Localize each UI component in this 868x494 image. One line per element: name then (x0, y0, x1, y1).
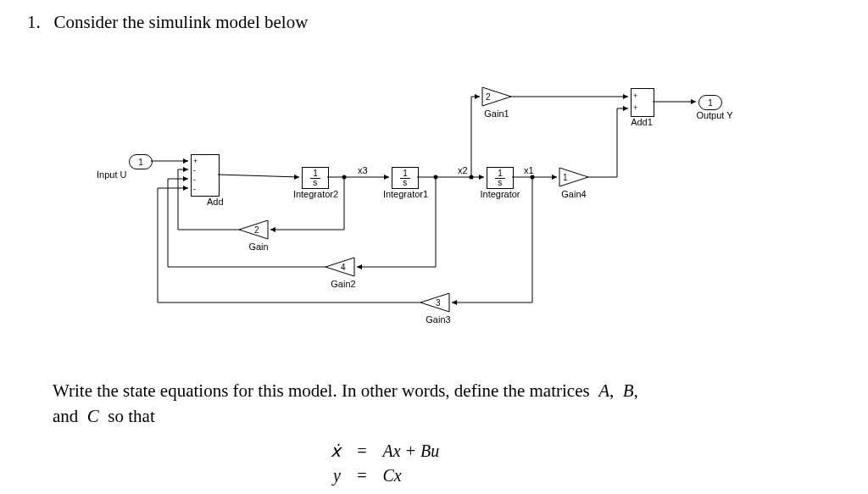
svg-marker-12 (552, 175, 557, 180)
svg-marker-21 (183, 176, 188, 181)
eq2-lhs: y (333, 466, 341, 485)
state-equations: ẋ = Ax + Bu y = Cx (322, 437, 448, 489)
svg-marker-23 (183, 186, 188, 191)
question-text: Write the state equations for this model… (53, 378, 815, 430)
svg-marker-17 (691, 99, 696, 104)
svg-marker-20 (357, 264, 362, 269)
svg-marker-14 (623, 106, 628, 111)
svg-marker-6 (294, 175, 299, 180)
svg-marker-7 (384, 175, 389, 180)
eq-eq2: = (356, 466, 368, 485)
svg-marker-22 (452, 300, 457, 305)
eq2-rhs: Cx (383, 466, 402, 485)
svg-marker-15 (475, 94, 480, 99)
svg-marker-18 (270, 227, 275, 232)
svg-marker-19 (183, 167, 188, 172)
eq-eq1: = (356, 441, 368, 460)
svg-marker-9 (479, 175, 484, 180)
eq1-rhs: Ax + Bu (383, 441, 440, 460)
eq1-lhs: ẋ (331, 441, 341, 460)
svg-marker-5 (183, 158, 188, 164)
svg-marker-16 (623, 94, 628, 99)
